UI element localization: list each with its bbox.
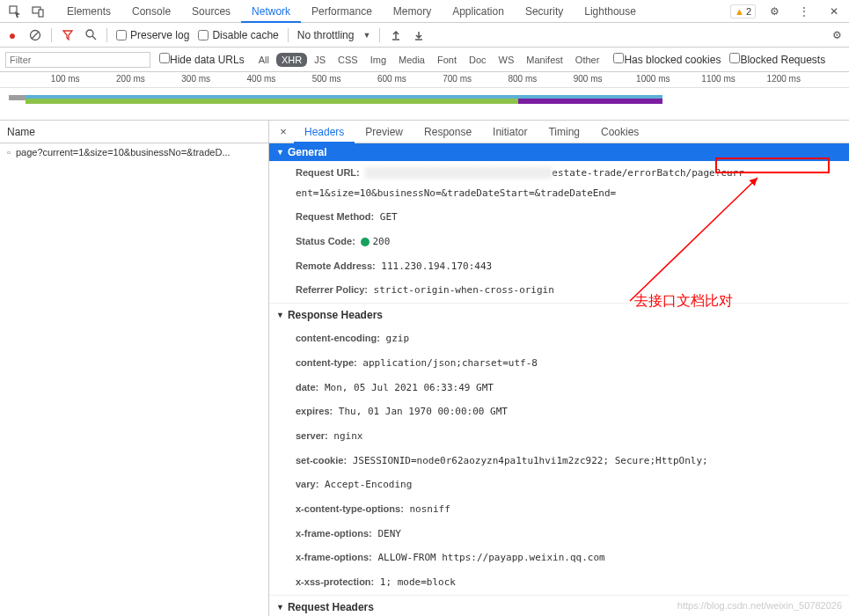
filter-icon[interactable] <box>61 28 75 42</box>
close-icon[interactable]: ✕ <box>823 0 845 23</box>
tab-elements[interactable]: Elements <box>56 0 121 23</box>
detail-tab-preview[interactable]: Preview <box>355 121 414 143</box>
preserve-log-checkbox[interactable]: Preserve log <box>116 29 189 41</box>
download-icon[interactable] <box>412 28 426 42</box>
url-tail: estate-trade/errorBatch/page?curr <box>552 167 744 179</box>
tab-application[interactable]: Application <box>442 0 515 23</box>
throttling-select[interactable]: No throttling <box>297 29 355 41</box>
blocked-requests-label: Blocked Requests <box>740 54 825 66</box>
filter-bar: Hide data URLs AllXHRJSCSSImgMediaFontDo… <box>0 48 849 72</box>
header-row: content-type: application/json;charset=u… <box>269 351 849 376</box>
headers-panel: ▼General Request URL: ██████████████████… <box>269 143 849 616</box>
filter-type-css[interactable]: CSS <box>333 53 363 67</box>
response-headers-section[interactable]: ▼Response Headers <box>269 303 849 326</box>
header-row: expires: Thu, 01 Jan 1970 00:00:00 GMT <box>269 400 849 424</box>
inspect-icon[interactable] <box>4 0 26 23</box>
separator <box>288 28 289 42</box>
tab-security[interactable]: Security <box>515 0 574 23</box>
filter-type-js[interactable]: JS <box>309 53 331 67</box>
header-row: server: nginx <box>269 424 849 449</box>
filter-type-ws[interactable]: WS <box>494 53 520 67</box>
filter-type-img[interactable]: Img <box>365 53 392 67</box>
request-headers-title: Request Headers <box>288 601 374 613</box>
timeline-tick: 600 ms <box>377 74 406 84</box>
file-icon: ▫ <box>7 147 11 158</box>
timeline-tick: 200 ms <box>116 74 145 84</box>
timeline-tick: 1000 ms <box>636 74 670 84</box>
timeline-tick: 900 ms <box>574 74 603 84</box>
header-row: content-encoding: gzip <box>269 326 849 351</box>
main-content: Name ▫page?current=1&size=10&businessNo=… <box>0 121 849 616</box>
filter-type-doc[interactable]: Doc <box>464 53 492 67</box>
gear-icon[interactable]: ⚙ <box>763 0 786 23</box>
hide-data-urls-checkbox[interactable]: Hide data URLs <box>159 53 245 66</box>
timeline-tick: 700 ms <box>443 74 472 84</box>
status-code-row: Status Code: 200 <box>269 230 849 254</box>
separator <box>51 28 52 42</box>
kebab-icon[interactable]: ⋮ <box>793 0 816 23</box>
filter-type-font[interactable]: Font <box>432 53 462 67</box>
preserve-log-label: Preserve log <box>130 29 189 41</box>
detail-tab-timing[interactable]: Timing <box>538 121 590 143</box>
header-row: date: Mon, 05 Jul 2021 06:33:49 GMT <box>269 376 849 400</box>
tab-lighthouse[interactable]: Lighthouse <box>574 0 647 23</box>
detail-tab-cookies[interactable]: Cookies <box>590 121 649 143</box>
request-detail-pane: × HeadersPreviewResponseInitiatorTimingC… <box>269 121 849 616</box>
name-column-header[interactable]: Name <box>0 121 268 143</box>
response-headers-title: Response Headers <box>288 309 383 321</box>
filter-type-media[interactable]: Media <box>393 53 430 67</box>
timeline-tick: 1100 ms <box>701 74 735 84</box>
chevron-down-icon[interactable]: ▼ <box>362 31 370 40</box>
request-row[interactable]: ▫page?current=1&size=10&businessNo=&trad… <box>0 143 268 161</box>
request-headers-section[interactable]: ▼Request Headers <box>269 595 849 616</box>
record-button[interactable]: ● <box>5 28 19 42</box>
timeline-bar <box>9 95 26 100</box>
tab-console[interactable]: Console <box>121 0 181 23</box>
filter-type-all[interactable]: All <box>253 53 274 67</box>
search-icon[interactable] <box>84 28 98 42</box>
svg-line-6 <box>92 36 96 40</box>
svg-point-5 <box>86 30 93 37</box>
close-detail-icon[interactable]: × <box>273 125 294 138</box>
devtools-top-tabs: ElementsConsoleSourcesNetworkPerformance… <box>0 0 849 23</box>
disable-cache-label: Disable cache <box>212 29 278 41</box>
tab-network[interactable]: Network <box>241 0 301 23</box>
timeline-bar <box>26 99 518 104</box>
header-row: x-frame-options: DENY <box>269 522 849 546</box>
hide-data-urls-label: Hide data URLs <box>170 54 245 66</box>
device-toggle-icon[interactable] <box>26 0 49 23</box>
filter-type-other[interactable]: Other <box>570 53 605 67</box>
request-url-row: Request URL: ███████████████████████████… <box>269 161 849 186</box>
timeline-bar <box>518 99 662 104</box>
general-title: General <box>288 146 327 158</box>
svg-rect-2 <box>39 10 43 17</box>
header-row: vary: Accept-Encoding <box>269 473 849 497</box>
request-name: page?current=1&size=10&businessNo=&trade… <box>16 147 231 158</box>
warning-icon: ▲ <box>735 6 744 17</box>
detail-tab-headers[interactable]: Headers <box>294 121 355 143</box>
warning-badge[interactable]: ▲2 <box>730 4 756 18</box>
tab-memory[interactable]: Memory <box>383 0 442 23</box>
header-row: x-content-type-options: nosniff <box>269 497 849 522</box>
chevron-down-icon: ▼ <box>276 603 284 612</box>
header-row: x-xss-protection: 1; mode=block <box>269 570 849 595</box>
filter-type-xhr[interactable]: XHR <box>276 53 307 67</box>
blocked-cookies-label: Has blocked cookies <box>624 54 721 66</box>
timeline-tick: 800 ms <box>508 74 537 84</box>
general-section-header[interactable]: ▼General <box>269 143 849 161</box>
gear-icon[interactable]: ⚙ <box>830 28 844 42</box>
tab-performance[interactable]: Performance <box>301 0 383 23</box>
timeline-overview[interactable]: 100 ms200 ms300 ms400 ms500 ms600 ms700 … <box>0 72 849 121</box>
filter-input[interactable] <box>5 52 150 68</box>
upload-icon[interactable] <box>389 28 403 42</box>
disable-cache-checkbox[interactable]: Disable cache <box>198 29 278 41</box>
detail-tab-response[interactable]: Response <box>414 121 482 143</box>
request-method-row: Request Method: GET <box>269 205 849 230</box>
blocked-cookies-checkbox[interactable]: Has blocked cookies <box>613 53 721 66</box>
clear-button[interactable] <box>28 28 42 42</box>
tab-sources[interactable]: Sources <box>181 0 241 23</box>
separator <box>106 28 107 42</box>
blocked-requests-checkbox[interactable]: Blocked Requests <box>729 53 825 66</box>
detail-tab-initiator[interactable]: Initiator <box>482 121 538 143</box>
filter-type-manifest[interactable]: Manifest <box>521 53 568 67</box>
